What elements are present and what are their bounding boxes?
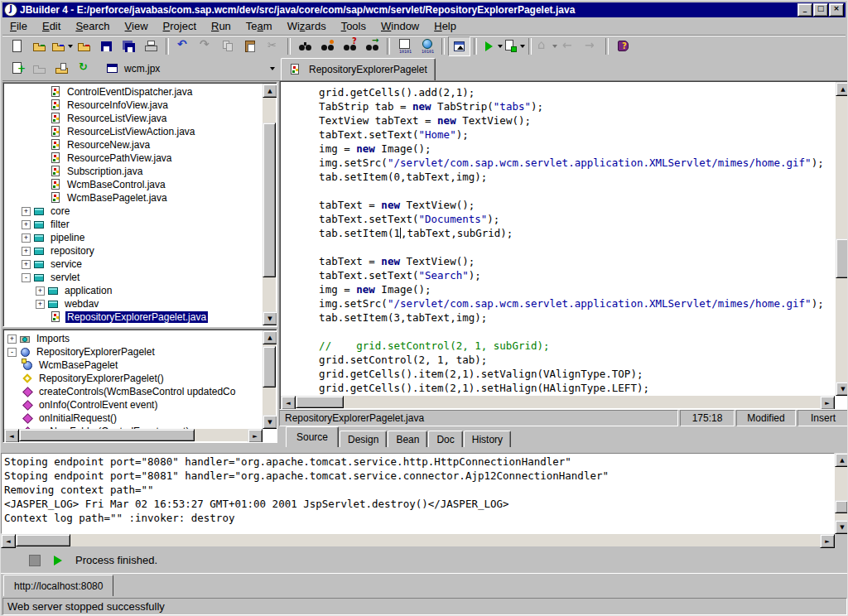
- close-project-button[interactable]: [51, 59, 73, 79]
- editor-vertical-scrollbar[interactable]: ▲ ▼: [836, 82, 848, 396]
- code-line[interactable]: tabText.setText("Search");: [294, 268, 836, 282]
- tab-history[interactable]: History: [464, 431, 511, 447]
- refresh-button[interactable]: [73, 59, 95, 79]
- structure-tree-item[interactable]: +Imports: [4, 332, 263, 345]
- menu-item-wizards[interactable]: Wizards: [280, 18, 334, 34]
- tree-expander[interactable]: +: [36, 286, 45, 296]
- scroll-right-button[interactable]: ►: [248, 429, 263, 443]
- editor-text-area[interactable]: grid.getCells().add(2,1); TabStrip tab =…: [281, 82, 836, 396]
- reopen-button[interactable]: [51, 36, 73, 56]
- structure-tree-item[interactable]: onInfo(ControlEvent event): [4, 398, 263, 411]
- project-selector[interactable]: wcm.jpx: [102, 60, 278, 78]
- print-button[interactable]: [140, 36, 162, 56]
- tree-expander[interactable]: +: [22, 260, 31, 269]
- tree-expander[interactable]: +: [7, 334, 17, 344]
- menu-item-team[interactable]: Team: [238, 18, 280, 34]
- code-line[interactable]: [294, 184, 836, 198]
- code-line[interactable]: tabText.setText("Home");: [294, 128, 836, 142]
- scroll-up-button[interactable]: ▲: [263, 330, 277, 344]
- scrollbar-track[interactable]: [835, 467, 848, 520]
- menu-item-run[interactable]: Run: [204, 18, 238, 34]
- console-output[interactable]: Stoping endpoint port="8080" handler="or…: [1, 453, 835, 534]
- close-button[interactable]: ×: [829, 3, 844, 17]
- tab-bean[interactable]: Bean: [388, 431, 427, 447]
- project-tree-item[interactable]: WcmBasePagelet.java: [4, 191, 263, 205]
- search-again-button[interactable]: [339, 36, 361, 56]
- menu-item-help[interactable]: Help: [426, 18, 464, 34]
- menu-item-view[interactable]: View: [118, 18, 156, 34]
- new-file-button[interactable]: [6, 36, 28, 56]
- project-tree-item[interactable]: RepositoryExplorerPagelet.java: [4, 310, 263, 324]
- pane-toggle-button[interactable]: [448, 36, 470, 56]
- scroll-up-button[interactable]: ▲: [835, 453, 848, 467]
- scroll-left-button[interactable]: ◄: [4, 429, 19, 443]
- project-tree-item[interactable]: ResourceInfoView.java: [4, 99, 263, 112]
- scroll-right-button[interactable]: ►: [820, 396, 835, 410]
- code-line[interactable]: // grid.setControl(2, 1, subGrid);: [294, 339, 836, 353]
- project-tree-item[interactable]: ResourceListViewAction.java: [4, 125, 263, 138]
- editor-horizontal-scrollbar[interactable]: ◄ ►: [281, 396, 835, 408]
- menu-item-project[interactable]: Project: [156, 18, 204, 34]
- scroll-down-button[interactable]: ▼: [835, 520, 848, 534]
- code-line[interactable]: grid.setControl(2, 1, tab);: [294, 353, 836, 367]
- debug-button[interactable]: [503, 36, 525, 56]
- project-tree-vertical-scrollbar[interactable]: ▲ ▼: [263, 84, 276, 325]
- project-tree-item[interactable]: +pipeline: [4, 231, 263, 244]
- add-files-button[interactable]: [6, 59, 28, 79]
- structure-tree-item[interactable]: WcmBasePagelet: [4, 359, 263, 372]
- rebuild-project-button[interactable]: [416, 36, 438, 56]
- maximize-button[interactable]: □: [813, 3, 828, 17]
- code-line[interactable]: tab.setItem(1,tabText,subGrid);: [294, 226, 836, 240]
- scrollbar-thumb[interactable]: [263, 346, 276, 387]
- run-icon[interactable]: [54, 556, 62, 565]
- tree-expander[interactable]: +: [36, 300, 45, 309]
- code-line[interactable]: [294, 240, 836, 254]
- scrollbar-track[interactable]: [296, 396, 820, 408]
- scrollbar-track[interactable]: [19, 429, 248, 441]
- code-line[interactable]: img = new Image();: [294, 142, 836, 156]
- run-tab-localhost[interactable]: http://localhost:8080: [3, 575, 113, 596]
- scroll-down-button[interactable]: ▼: [263, 415, 277, 429]
- console-horizontal-scrollbar[interactable]: ◄ ►: [1, 534, 835, 546]
- project-tree-item[interactable]: -servlet: [4, 271, 263, 284]
- save-all-button[interactable]: [118, 36, 140, 56]
- structure-tree-item[interactable]: createControls(WcmBaseControl updatedCo: [4, 385, 263, 398]
- scrollbar-track[interactable]: [16, 534, 820, 546]
- code-line[interactable]: grid.getCells().item(2,1).setValign(VAli…: [294, 367, 836, 381]
- open-file-button[interactable]: [28, 36, 51, 56]
- project-tree-item[interactable]: +webdav: [4, 297, 263, 310]
- find-button[interactable]: [294, 36, 316, 56]
- run-button[interactable]: [480, 36, 503, 56]
- menu-item-window[interactable]: Window: [373, 18, 426, 34]
- project-tree-item[interactable]: +filter: [4, 218, 263, 231]
- scrollbar-thumb[interactable]: [835, 500, 848, 513]
- scrollbar-thumb[interactable]: [263, 123, 276, 277]
- code-line[interactable]: TabStrip tab = new TabStrip("tabs");: [294, 99, 836, 113]
- tree-expander[interactable]: +: [22, 233, 31, 243]
- scrollbar-thumb[interactable]: [296, 396, 344, 408]
- tree-expander[interactable]: -: [22, 273, 31, 282]
- scroll-down-button[interactable]: ▼: [263, 311, 277, 325]
- console-vertical-scrollbar[interactable]: ▲ ▼: [835, 453, 848, 534]
- tab-source[interactable]: Source: [286, 426, 339, 447]
- dropdown-arrow-icon[interactable]: [520, 45, 525, 48]
- paste-button[interactable]: [239, 36, 262, 56]
- code-line[interactable]: tabText = new TextView();: [294, 254, 836, 268]
- save-file-button[interactable]: [95, 36, 118, 56]
- code-line[interactable]: tab.setItem(0,tabText,img);: [294, 170, 836, 184]
- code-line[interactable]: img = new Image();: [294, 282, 836, 296]
- code-line[interactable]: img.setSrc("/servlet/com.sap.wcm.servlet…: [294, 296, 836, 310]
- tree-expander[interactable]: +: [22, 247, 31, 256]
- tree-expander[interactable]: -: [7, 348, 17, 357]
- replace-button[interactable]: [316, 36, 339, 56]
- project-tree-item[interactable]: +repository: [4, 244, 263, 257]
- project-tree-item[interactable]: +core: [4, 205, 263, 218]
- code-line[interactable]: tabText.setText("Documents");: [294, 212, 836, 226]
- scroll-right-button[interactable]: ►: [820, 534, 835, 548]
- scrollbar-track[interactable]: [263, 98, 276, 311]
- scrollbar-track[interactable]: [836, 96, 848, 382]
- scroll-down-button[interactable]: ▼: [836, 382, 848, 396]
- code-line[interactable]: grid.getCells().add(2,1);: [294, 85, 836, 99]
- menu-item-tools[interactable]: Tools: [334, 18, 373, 34]
- menu-item-search[interactable]: Search: [68, 18, 117, 34]
